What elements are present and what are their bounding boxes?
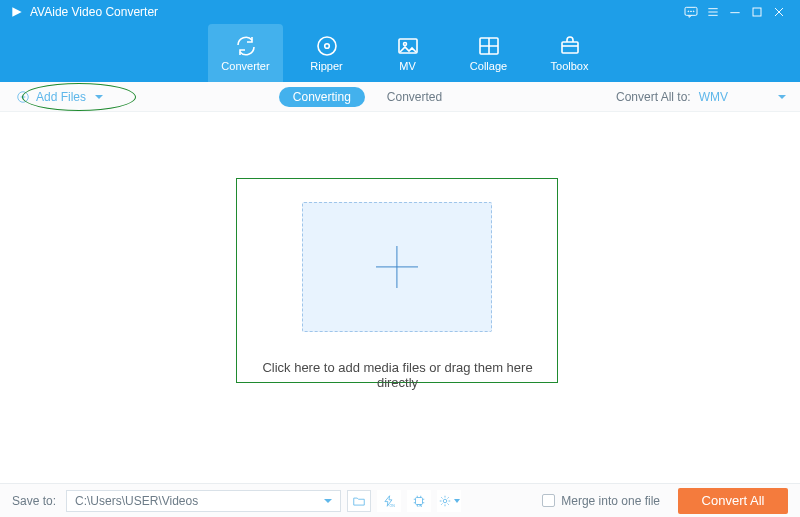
- high-speed-button[interactable]: ON: [407, 490, 431, 512]
- tab-collage[interactable]: Collage: [451, 24, 526, 82]
- save-to-label: Save to:: [12, 494, 56, 508]
- svg-point-2: [691, 11, 692, 12]
- convert-all-label: Convert All: [702, 493, 765, 508]
- svg-rect-4: [753, 8, 761, 16]
- converted-pill[interactable]: Converted: [373, 87, 456, 107]
- save-to-path-dropdown[interactable]: C:\Users\USER\Videos: [66, 490, 341, 512]
- convert-all-to-label: Convert All to:: [616, 90, 691, 104]
- close-icon[interactable]: [768, 1, 790, 23]
- svg-point-1: [688, 11, 689, 12]
- folder-icon: [352, 494, 366, 508]
- converting-label: Converting: [293, 90, 351, 104]
- collage-icon: [477, 34, 501, 58]
- feedback-icon[interactable]: [680, 1, 702, 23]
- converting-pill[interactable]: Converting: [279, 87, 365, 107]
- svg-rect-10: [562, 42, 578, 53]
- convert-all-to-value: WMV: [699, 90, 728, 104]
- chip-icon: ON: [412, 494, 426, 508]
- tab-collage-label: Collage: [470, 60, 507, 72]
- app-title: AVAide Video Converter: [30, 5, 158, 19]
- drop-instruction: Click here to add media files or drag th…: [240, 360, 555, 390]
- convert-all-button[interactable]: Convert All: [678, 488, 788, 514]
- checkbox-icon: [542, 494, 555, 507]
- svg-point-3: [693, 11, 694, 12]
- tab-mv-label: MV: [399, 60, 416, 72]
- gear-icon: [438, 494, 452, 508]
- main-tabs: Converter Ripper MV Collage Toolbox: [0, 24, 800, 82]
- toolbox-icon: [558, 34, 582, 58]
- app-logo-icon: [10, 5, 24, 19]
- tab-converter-label: Converter: [221, 60, 269, 72]
- bottom-bar: Save to: C:\Users\USER\Videos ON ON Merg…: [0, 483, 800, 517]
- bolt-icon: ON: [382, 494, 396, 508]
- mv-icon: [396, 34, 420, 58]
- tab-ripper-label: Ripper: [310, 60, 342, 72]
- minimize-icon[interactable]: [724, 1, 746, 23]
- drop-zone[interactable]: [302, 202, 492, 332]
- settings-button[interactable]: [437, 490, 461, 512]
- chevron-down-icon: [778, 95, 786, 99]
- app-logo: AVAide Video Converter: [10, 5, 158, 19]
- svg-point-15: [443, 499, 447, 503]
- converted-label: Converted: [387, 90, 442, 104]
- sub-toolbar: Add Files Converting Converted Convert A…: [0, 82, 800, 112]
- chevron-down-icon: [324, 499, 332, 503]
- add-files-label: Add Files: [36, 90, 86, 104]
- svg-point-8: [403, 43, 406, 46]
- merge-label: Merge into one file: [561, 494, 660, 508]
- tab-toolbox-label: Toolbox: [551, 60, 589, 72]
- save-to-path-value: C:\Users\USER\Videos: [75, 494, 198, 508]
- maximize-icon[interactable]: [746, 1, 768, 23]
- tab-toolbox[interactable]: Toolbox: [532, 24, 607, 82]
- svg-point-6: [324, 44, 329, 49]
- hardware-accel-button[interactable]: ON: [377, 490, 401, 512]
- tab-ripper[interactable]: Ripper: [289, 24, 364, 82]
- convert-all-to: Convert All to: WMV: [616, 90, 786, 104]
- ripper-icon: [315, 34, 339, 58]
- convert-all-to-dropdown[interactable]: WMV: [699, 90, 786, 104]
- menu-icon[interactable]: [702, 1, 724, 23]
- plus-circle-icon: [16, 90, 30, 104]
- merge-checkbox[interactable]: Merge into one file: [542, 494, 660, 508]
- tab-converter[interactable]: Converter: [208, 24, 283, 82]
- svg-text:ON: ON: [390, 504, 396, 508]
- tab-mv[interactable]: MV: [370, 24, 445, 82]
- svg-text:ON: ON: [417, 504, 423, 508]
- chevron-down-icon: [454, 499, 460, 503]
- main-area: Click here to add media files or drag th…: [0, 112, 800, 483]
- add-files-button[interactable]: Add Files: [14, 87, 119, 107]
- svg-rect-13: [416, 497, 423, 504]
- svg-point-5: [318, 37, 336, 55]
- converter-icon: [234, 34, 258, 58]
- plus-icon: [376, 246, 418, 288]
- titlebar: AVAide Video Converter: [0, 0, 800, 24]
- chevron-down-icon: [95, 95, 103, 99]
- open-folder-button[interactable]: [347, 490, 371, 512]
